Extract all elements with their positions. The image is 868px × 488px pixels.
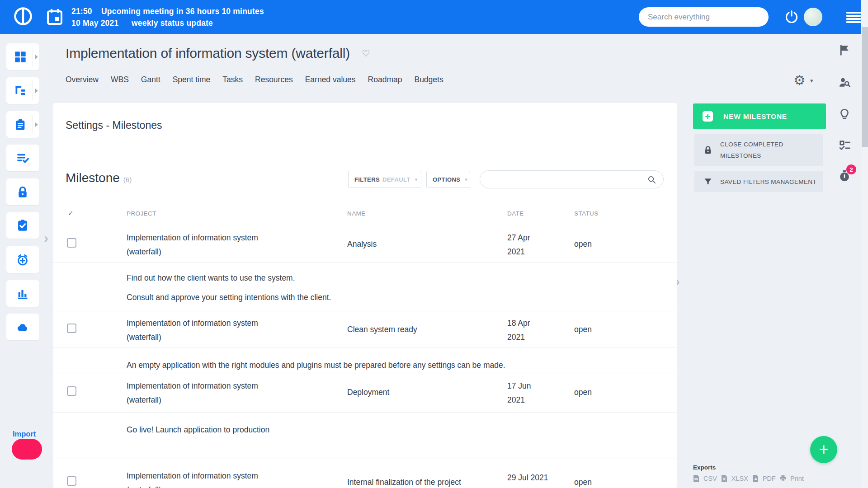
search-icon[interactable] (647, 175, 656, 184)
tab-resources[interactable]: Resources (255, 75, 293, 84)
app-screen: 21:50 Upcoming meeting in 36 hours 10 mi… (0, 0, 868, 488)
new-milestone-button[interactable]: + NEW MILESTONE (693, 103, 826, 129)
clipboard-icon (14, 118, 27, 131)
import-fab-button[interactable] (12, 439, 42, 460)
tab-spent-time[interactable]: Spent time (173, 75, 211, 84)
flyout-arrow-icon (35, 55, 38, 59)
upcoming-meeting-text[interactable]: Upcoming meeting in 36 hours 10 minutes (101, 7, 264, 16)
column-header-project[interactable]: PROJECT (127, 210, 156, 217)
lock-icon (703, 145, 712, 155)
printer-icon (780, 475, 786, 482)
exports-row: CSV XLSX PDF Print (693, 475, 804, 482)
options-dropdown[interactable]: OPTIONS ▾ (426, 171, 470, 188)
sidebar-item-clipboard[interactable] (6, 111, 39, 138)
app-logo-icon[interactable] (13, 6, 33, 27)
row-checkbox[interactable] (67, 476, 76, 486)
filter-funnel-icon (703, 177, 712, 186)
export-csv-link[interactable]: CSV (703, 475, 717, 482)
sidebar-item-dashboard[interactable] (6, 43, 39, 70)
settings-heading: Settings - Milestones (66, 119, 162, 131)
close-completed-milestones-button[interactable]: CLOSE COMPLETED MILESTONES (694, 134, 823, 166)
sidebar-expand-chevron[interactable]: › (44, 231, 48, 245)
table-row[interactable]: Implementation of information system(wat… (53, 374, 677, 412)
sidebar-item-add-spent-time[interactable] (6, 246, 39, 273)
tab-wbs[interactable]: WBS (111, 75, 129, 84)
row-checkbox[interactable] (67, 324, 76, 333)
current-date: 10 May 2021 (71, 19, 118, 28)
page-scrollbar[interactable] (861, 0, 868, 488)
file-csv-icon (693, 475, 699, 482)
tab-budgets[interactable]: Budgets (414, 75, 443, 84)
favorite-heart-icon[interactable]: ♡ (362, 48, 370, 59)
table-row[interactable]: Implementation of information system(wat… (53, 312, 677, 347)
tab-gantt[interactable]: Gantt (141, 75, 160, 84)
add-fab-button[interactable]: + (810, 436, 837, 463)
file-xlsx-icon (721, 475, 727, 482)
milestone-count: (6) (123, 176, 132, 183)
import-link[interactable]: Import (13, 430, 36, 438)
user-avatar[interactable] (804, 8, 822, 26)
sidebar-item-approved-tasks[interactable] (6, 212, 39, 239)
scrollbar-thumb[interactable] (862, 27, 868, 147)
milestone-name[interactable]: Internal finalization of the project (347, 478, 501, 487)
chevron-down-icon: ▾ (415, 177, 418, 183)
gear-icon: ⚙ (793, 74, 806, 87)
exports-title: Exports (693, 464, 716, 471)
milestone-description: Find out how the client wants to use the… (127, 273, 659, 302)
milestones-card: Settings - Milestones Milestone(6) FILTE… (53, 103, 677, 488)
export-pdf-link[interactable]: PDF (763, 475, 776, 482)
plus-icon: + (703, 111, 713, 122)
meeting-subject-text[interactable]: weekly status update (132, 19, 213, 28)
milestone-description: Go live! Launch application to productio… (127, 425, 659, 435)
idea-bulb-icon[interactable] (838, 108, 851, 120)
column-header-date[interactable]: DATE (507, 210, 524, 217)
logout-icon[interactable] (784, 9, 799, 24)
alarm-plus-icon (16, 253, 29, 266)
export-print-link[interactable]: Print (790, 475, 804, 482)
project-tabs: Overview WBS Gantt Spent time Tasks Reso… (66, 75, 443, 84)
calendar-icon[interactable] (47, 8, 63, 25)
saved-filters-management-button[interactable]: SAVED FILTERS MANAGEMENT (694, 171, 823, 192)
project-settings-menu[interactable]: ⚙ ▾ (793, 74, 813, 87)
sidebar-item-lock[interactable] (6, 178, 39, 205)
milestone-name[interactable]: Analysis (347, 239, 501, 249)
milestone-search (480, 170, 664, 188)
tab-earned-values[interactable]: Earned values (305, 75, 356, 84)
dashboard-icon (14, 51, 27, 63)
topbar: 21:50 Upcoming meeting in 36 hours 10 mi… (0, 0, 868, 34)
sidebar-item-project-tree[interactable] (6, 77, 39, 104)
lock-icon (16, 186, 29, 198)
bar-chart-icon (16, 287, 29, 300)
row-checkbox[interactable] (67, 386, 76, 396)
column-header-name[interactable]: NAME (347, 210, 366, 217)
column-header-status[interactable]: STATUS (574, 210, 599, 217)
clipboard-check-icon (16, 219, 29, 232)
milestone-name[interactable]: Clean system ready (347, 325, 501, 334)
clock-time: 21:50 (71, 7, 92, 16)
tab-tasks[interactable]: Tasks (222, 75, 243, 84)
sidebar-item-task-list[interactable] (6, 145, 39, 171)
export-xlsx-link[interactable]: XLSX (731, 475, 748, 482)
tab-roadmap[interactable]: Roadmap (368, 75, 402, 84)
global-search-input[interactable] (648, 13, 760, 22)
milestone-status: open (574, 388, 592, 397)
tab-overview[interactable]: Overview (66, 75, 99, 84)
row-checkbox[interactable] (67, 238, 76, 248)
sidebar-item-reports[interactable] (6, 280, 39, 307)
chevron-down-icon: ▾ (465, 177, 467, 183)
sidebar-item-cloud[interactable] (6, 314, 39, 340)
find-user-icon[interactable] (838, 76, 851, 89)
task-list-icon (16, 152, 29, 164)
table-row[interactable]: Implementation of information system(wat… (53, 227, 677, 262)
flyout-arrow-icon (35, 122, 38, 127)
select-all-check-icon[interactable]: ✓ (68, 209, 74, 217)
checklist-icon[interactable] (838, 139, 851, 152)
flag-icon[interactable] (838, 44, 851, 56)
flyout-arrow-icon (35, 89, 38, 93)
filters-dropdown[interactable]: FILTERS DEFAULT ▾ (348, 171, 421, 188)
milestone-name[interactable]: Deployment (347, 388, 501, 397)
milestone-search-input[interactable] (489, 175, 647, 183)
file-pdf-icon (752, 475, 759, 482)
table-row[interactable]: Implementation of information system(wat… (53, 465, 677, 488)
menu-icon[interactable] (846, 12, 861, 23)
